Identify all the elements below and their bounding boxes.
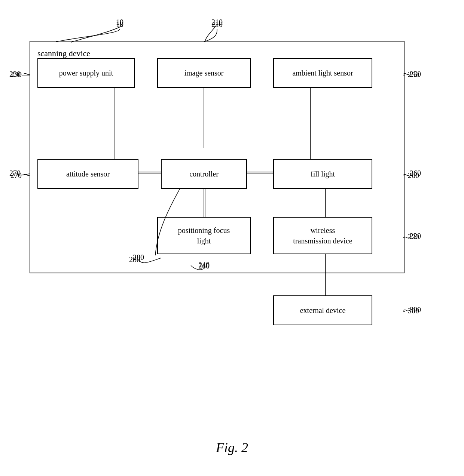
ref-260: 260 [408,171,419,180]
image-sensor-label: image sensor [184,68,224,78]
attitude-sensor-box: attitude sensor [37,159,138,189]
scanning-device-label: scanning device [37,49,90,58]
wireless-transmission-device-label: wirelesstransmission device [293,225,352,246]
positioning-focus-light-box: positioning focuslight [157,217,251,254]
fill-light-box: fill light [273,159,372,189]
external-device-box: external device [273,295,372,325]
figure-label: Fig. 2 [216,440,248,455]
ref-280: 280 [129,255,140,264]
ref-270: 270 [10,171,22,180]
controller-label: controller [189,169,219,179]
ref-300: 300 [408,307,419,315]
fill-light-label: fill light [311,169,335,179]
positioning-focus-light-label: positioning focuslight [178,225,230,246]
wireless-transmission-device-box: wirelesstransmission device [273,217,372,254]
power-supply-unit-label: power supply unit [59,68,113,78]
attitude-sensor-label: attitude sensor [66,169,110,179]
image-sensor-box: image sensor [157,58,251,88]
power-supply-unit-box: power supply unit [37,58,135,88]
ref-240: 240 [198,262,210,270]
controller-box: controller [161,159,247,189]
ref-210: 210 [211,18,223,27]
ambient-light-sensor-box: ambient light sensor [273,58,372,88]
ref-220: 220 [408,233,419,241]
ref-230: 230 [10,70,22,79]
external-device-label: external device [300,305,346,316]
ref-10: 10 [116,18,123,27]
ambient-light-sensor-label: ambient light sensor [292,68,353,78]
ref-250: 250 [408,70,419,79]
